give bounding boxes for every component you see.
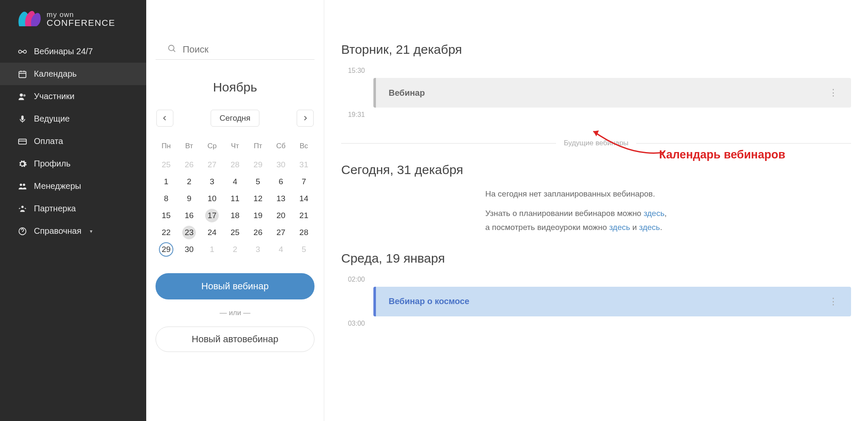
sidebar-item-label: Участники bbox=[34, 91, 75, 101]
calendar-day[interactable]: 31 bbox=[292, 156, 315, 173]
calendar-day[interactable]: 23 bbox=[178, 224, 200, 241]
divider-future: Будущие вебинары bbox=[341, 139, 851, 147]
logo: my own CONFERENCE bbox=[0, 8, 146, 38]
calendar-day[interactable]: 5 bbox=[247, 173, 270, 190]
sidebar-item-partner[interactable]: Партнерка bbox=[0, 197, 146, 220]
calendar-day[interactable]: 17 bbox=[200, 207, 223, 224]
calendar-day[interactable]: 15 bbox=[155, 207, 178, 224]
video-link-1[interactable]: здесь bbox=[609, 223, 630, 232]
sidebar-item-users[interactable]: Участники bbox=[0, 85, 146, 108]
calendar-day[interactable]: 26 bbox=[247, 224, 270, 241]
calendar-day[interactable]: 5 bbox=[292, 241, 315, 258]
dow-label: Вс bbox=[292, 139, 315, 156]
calendar-day[interactable]: 22 bbox=[155, 224, 178, 241]
calendar-icon bbox=[18, 69, 27, 79]
time-label: 15:30 bbox=[341, 67, 365, 75]
users-icon bbox=[18, 92, 27, 101]
calendar-day[interactable]: 6 bbox=[270, 173, 292, 190]
calendar-day[interactable]: 27 bbox=[200, 156, 223, 173]
calendar-day[interactable]: 4 bbox=[270, 241, 292, 258]
calendar-day[interactable]: 25 bbox=[223, 224, 246, 241]
calendar-day[interactable]: 30 bbox=[270, 156, 292, 173]
sidebar-item-label: Ведущие bbox=[34, 114, 70, 124]
help-link[interactable]: здесь bbox=[643, 209, 664, 218]
calendar-day[interactable]: 14 bbox=[292, 190, 315, 207]
calendar-day[interactable]: 10 bbox=[200, 190, 223, 207]
logo-mark-icon bbox=[17, 9, 42, 28]
sidebar-item-label: Календарь bbox=[34, 69, 77, 79]
mic-icon bbox=[18, 114, 27, 124]
main-content: Вторник, 21 декабря 15:30 Вебинар ⋮ bbox=[324, 0, 868, 421]
chevron-down-icon: ▾ bbox=[90, 228, 92, 234]
search-box bbox=[156, 16, 314, 60]
calendar-day[interactable]: 13 bbox=[270, 190, 292, 207]
sidebar-item-card[interactable]: Оплата bbox=[0, 130, 146, 152]
help-icon bbox=[18, 227, 27, 236]
partner-icon bbox=[18, 204, 27, 213]
calendar-day[interactable]: 28 bbox=[223, 156, 246, 173]
svg-line-14 bbox=[173, 50, 175, 52]
sidebar-item-managers[interactable]: Менеджеры bbox=[0, 175, 146, 197]
new-autowebinar-button[interactable]: Новый автовебинар bbox=[156, 327, 314, 352]
calendar-day[interactable]: 18 bbox=[223, 207, 246, 224]
dow-label: Пт bbox=[247, 139, 270, 156]
calendar-day[interactable]: 27 bbox=[270, 224, 292, 241]
calendar-day[interactable]: 3 bbox=[247, 241, 270, 258]
calendar-day[interactable]: 3 bbox=[200, 173, 223, 190]
calendar-day[interactable]: 28 bbox=[292, 224, 315, 241]
calendar-day[interactable]: 2 bbox=[223, 241, 246, 258]
calendar-day[interactable]: 30 bbox=[178, 241, 200, 258]
calendar-day[interactable]: 9 bbox=[178, 190, 200, 207]
calendar-day[interactable]: 8 bbox=[155, 190, 178, 207]
sidebar-item-mic[interactable]: Ведущие bbox=[0, 108, 146, 130]
today-button[interactable]: Сегодня bbox=[211, 110, 259, 127]
calendar-day[interactable]: 21 bbox=[292, 207, 315, 224]
search-input[interactable] bbox=[183, 44, 303, 55]
sidebar-item-gear[interactable]: Профиль bbox=[0, 152, 146, 175]
calendar-day[interactable]: 19 bbox=[247, 207, 270, 224]
calendar-day[interactable]: 29 bbox=[155, 241, 178, 258]
calendar-day[interactable]: 1 bbox=[155, 173, 178, 190]
calendar-day[interactable]: 7 bbox=[292, 173, 315, 190]
new-webinar-button[interactable]: Новый вебинар bbox=[156, 273, 314, 299]
calendar-day[interactable]: 24 bbox=[200, 224, 223, 241]
svg-point-4 bbox=[20, 93, 23, 96]
calendar-day[interactable]: 16 bbox=[178, 207, 200, 224]
sidebar-item-label: Справочная bbox=[34, 226, 81, 236]
calendar-day[interactable]: 1 bbox=[200, 241, 223, 258]
sidebar-item-infinity[interactable]: Вебинары 24/7 bbox=[0, 40, 146, 63]
event-card[interactable]: Вебинар о космосе ⋮ bbox=[373, 287, 851, 316]
day-section-future: Среда, 19 января 02:00 Вебинар о космосе… bbox=[341, 251, 851, 327]
svg-rect-7 bbox=[19, 139, 26, 144]
day-section-today: Сегодня, 31 декабря На сегодня нет запла… bbox=[341, 163, 851, 234]
calendar-day[interactable]: 11 bbox=[223, 190, 246, 207]
calendar-panel: Ноябрь Сегодня ПнВтСрЧтПтСбВс 2526272829… bbox=[146, 0, 324, 421]
svg-point-11 bbox=[21, 205, 24, 208]
prev-month-button[interactable] bbox=[156, 110, 173, 127]
search-icon bbox=[167, 44, 177, 55]
svg-rect-0 bbox=[19, 71, 26, 78]
time-label: 02:00 bbox=[341, 276, 365, 283]
or-divider: — или — bbox=[146, 309, 324, 317]
calendar-day[interactable]: 26 bbox=[178, 156, 200, 173]
calendar-day[interactable]: 4 bbox=[223, 173, 246, 190]
sidebar-item-help[interactable]: Справочная▾ bbox=[0, 220, 146, 242]
day-heading: Сегодня, 31 декабря bbox=[341, 163, 851, 177]
video-link-2[interactable]: здесь bbox=[639, 223, 660, 232]
next-month-button[interactable] bbox=[297, 110, 314, 127]
calendar-day[interactable]: 20 bbox=[270, 207, 292, 224]
sidebar-item-calendar[interactable]: Календарь bbox=[0, 63, 146, 85]
calendar-day[interactable]: 12 bbox=[247, 190, 270, 207]
calendar-day[interactable]: 25 bbox=[155, 156, 178, 173]
sidebar-item-label: Оплата bbox=[34, 136, 63, 146]
svg-point-13 bbox=[169, 45, 174, 51]
dow-label: Вт bbox=[178, 139, 200, 156]
kebab-icon[interactable]: ⋮ bbox=[829, 87, 838, 98]
event-card[interactable]: Вебинар ⋮ bbox=[373, 78, 851, 108]
time-label: 03:00 bbox=[341, 320, 365, 327]
calendar-day[interactable]: 2 bbox=[178, 173, 200, 190]
kebab-icon[interactable]: ⋮ bbox=[829, 296, 838, 307]
dow-label: Сб bbox=[270, 139, 292, 156]
event-title: Вебинар bbox=[389, 88, 425, 98]
calendar-day[interactable]: 29 bbox=[247, 156, 270, 173]
